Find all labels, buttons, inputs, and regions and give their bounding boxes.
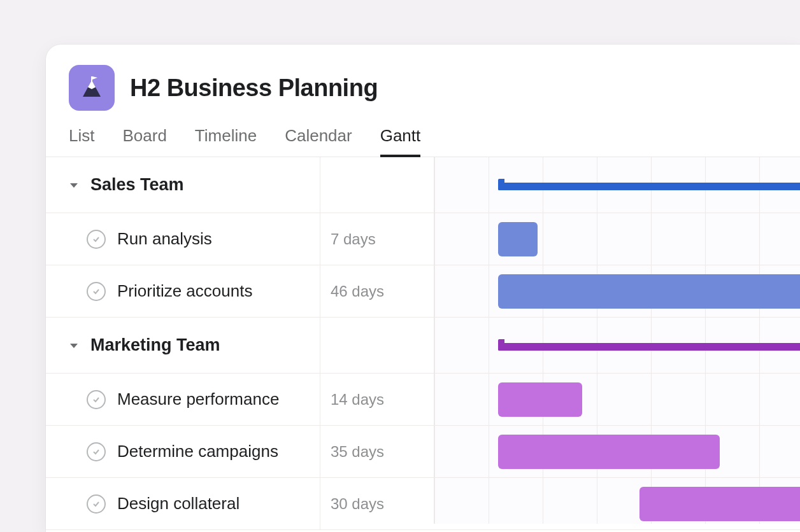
svg-marker-4 [70,183,78,188]
tab-calendar[interactable]: Calendar [285,126,352,157]
task-bar[interactable] [498,222,538,256]
task-bar[interactable] [498,382,582,417]
svg-marker-5 [70,344,78,348]
chevron-down-icon [69,340,79,351]
group-row-sales[interactable]: Sales Team [46,157,800,213]
duration-cell [320,318,434,373]
tab-gantt[interactable]: Gantt [380,126,421,157]
task-bar[interactable] [639,487,800,521]
project-icon [69,65,115,111]
group-name: Sales Team [90,175,184,195]
svg-marker-3 [92,76,97,80]
project-title: H2 Business Planning [130,74,378,102]
group-summary-bar[interactable] [498,183,800,190]
tab-board[interactable]: Board [122,126,166,157]
svg-marker-1 [88,80,96,89]
task-name: Determine campaigns [117,442,278,461]
task-name: Run analysis [117,229,212,249]
task-name: Design collateral [117,494,239,514]
duration-cell: 46 days [320,265,434,317]
check-circle-icon[interactable] [87,390,106,409]
check-circle-icon[interactable] [87,230,106,249]
task-row[interactable]: Measure performance 14 days [46,374,800,426]
task-row[interactable]: Design collateral 30 days [46,478,800,530]
chevron-down-icon [69,180,79,190]
app-window: H2 Business Planning List Board Timeline… [46,45,800,532]
task-row[interactable]: Run analysis 7 days [46,213,800,265]
svg-rect-2 [91,76,92,81]
project-header: H2 Business Planning [46,45,800,120]
gantt-content: Sales Team Run analysis 7 days [46,157,800,524]
task-bar[interactable] [498,435,720,469]
task-row[interactable]: Determine campaigns 35 days [46,426,800,478]
duration-cell: 30 days [320,478,434,529]
group-name: Marketing Team [90,335,220,355]
check-circle-icon[interactable] [87,442,106,461]
group-summary-bar[interactable] [498,343,800,351]
duration-cell: 7 days [320,213,434,265]
task-row[interactable]: Prioritize accounts 46 days [46,265,800,318]
tab-list[interactable]: List [69,126,94,157]
check-circle-icon[interactable] [87,282,106,301]
duration-cell: 14 days [320,374,434,425]
task-bar[interactable] [498,274,800,309]
group-row-marketing[interactable]: Marketing Team [46,318,800,374]
gantt-rows: Sales Team Run analysis 7 days [46,157,800,530]
tab-timeline[interactable]: Timeline [195,126,257,157]
check-circle-icon[interactable] [87,494,106,514]
view-tabs: List Board Timeline Calendar Gantt [46,120,800,157]
mountain-flag-icon [79,75,104,101]
duration-cell [320,157,434,213]
duration-cell: 35 days [320,426,434,477]
task-name: Measure performance [117,389,279,409]
task-name: Prioritize accounts [117,281,252,301]
